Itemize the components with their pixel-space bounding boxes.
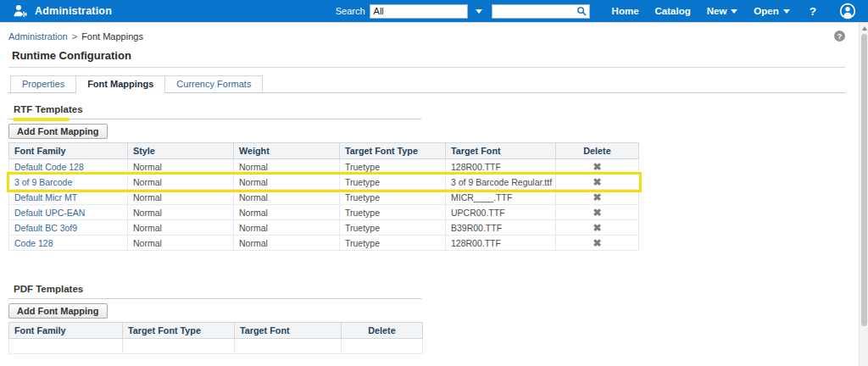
chevron-down-icon <box>731 9 737 14</box>
chevron-down-icon <box>783 9 790 14</box>
nav-home[interactable]: Home <box>612 6 639 16</box>
table-row: Default Micr MTNormalNormalTruetypeMICR_… <box>9 190 639 205</box>
table-cell <box>235 339 342 354</box>
column-header: Font Family <box>9 323 123 339</box>
help-icon[interactable]: ? <box>810 5 816 18</box>
column-header: Delete <box>556 143 639 159</box>
table-cell: Normal <box>234 205 340 220</box>
pdf-font-mappings-table: Font FamilyTarget Font TypeTarget FontDe… <box>8 322 423 354</box>
search-label: Search <box>336 6 365 16</box>
table-cell: B39R00.TTF <box>446 220 556 236</box>
font-family-link[interactable]: Default BC 3of9 <box>9 220 128 236</box>
title-divider <box>8 67 845 68</box>
delete-icon[interactable]: ✖ <box>593 191 601 203</box>
table-cell: 128R00.TTF <box>446 159 556 175</box>
search-scope-value: All <box>374 6 384 16</box>
delete-icon[interactable]: ✖ <box>593 237 601 249</box>
table-cell: Normal <box>234 220 340 236</box>
pdf-templates-section-header: PDF Templates <box>8 280 421 299</box>
tab-currency-formats[interactable]: Currency Formats <box>164 75 263 92</box>
table-cell: Truetype <box>340 175 446 190</box>
font-family-link[interactable]: Default Micr MT <box>9 190 128 205</box>
font-family-link[interactable]: Code 128 <box>9 236 128 251</box>
scroll-up-arrow[interactable] <box>860 23 868 33</box>
column-header: Target Font Type <box>123 323 235 339</box>
table-cell: Truetype <box>340 190 446 205</box>
search-scope-select[interactable]: All <box>370 4 468 19</box>
delete-icon[interactable]: ✖ <box>593 207 601 219</box>
table-cell <box>342 339 423 354</box>
tab-properties-label: Properties <box>22 79 64 89</box>
table-cell: UPCR00.TTF <box>446 205 556 220</box>
topbar-nav: Home Catalog New Open ? <box>612 3 856 19</box>
page-title: Runtime Configuration <box>12 49 845 62</box>
search-input[interactable] <box>492 6 576 17</box>
search-box <box>492 4 590 19</box>
font-family-link[interactable]: Default UPC-EAN <box>9 205 128 220</box>
search-scope-dropdown-icon[interactable] <box>476 9 482 14</box>
table-cell: Normal <box>234 236 340 251</box>
table-cell: Normal <box>234 175 340 190</box>
rtf-templates-section-header: RTF Templates <box>8 101 421 119</box>
table-cell <box>9 339 123 354</box>
font-family-link[interactable]: 3 of 9 Barcode <box>9 175 128 190</box>
delete-icon[interactable]: ✖ <box>593 222 601 234</box>
breadcrumb-administration-link[interactable]: Administration <box>8 31 68 42</box>
breadcrumb-separator: > <box>72 31 77 42</box>
column-header: Font Family <box>9 143 128 159</box>
nav-open-label: Open <box>754 6 778 16</box>
column-header: Target Font <box>446 143 556 159</box>
delete-icon[interactable]: ✖ <box>593 176 601 188</box>
breadcrumb-current: Font Mappings <box>81 31 143 42</box>
top-navigation-bar: Administration Search All Home Catalog N… <box>0 0 868 23</box>
table-cell: Truetype <box>340 220 446 236</box>
pdf-templates-title: PDF Templates <box>14 284 83 294</box>
add-font-mapping-button-rtf[interactable]: Add Font Mapping <box>8 124 108 139</box>
table-cell: 128R00.TTF <box>446 236 556 251</box>
scrollbar-thumb[interactable] <box>861 34 867 326</box>
table-header-row: Font FamilyTarget Font TypeTarget FontDe… <box>9 323 423 339</box>
tab-currency-formats-label: Currency Formats <box>176 79 251 89</box>
tab-properties[interactable]: Properties <box>10 75 76 92</box>
column-header: Weight <box>234 143 340 159</box>
table-cell: Normal <box>234 190 340 205</box>
table-cell: Normal <box>128 236 234 251</box>
search-icon[interactable] <box>576 6 589 17</box>
administration-icon <box>12 3 29 19</box>
search-group: Search All <box>336 4 590 19</box>
nav-open-menu[interactable]: Open <box>754 6 789 16</box>
table-cell: Normal <box>128 220 234 236</box>
column-header: Delete <box>342 323 423 339</box>
scrollbar[interactable] <box>859 23 868 366</box>
rtf-font-mappings-table: Font FamilyStyleWeightTarget Font TypeTa… <box>8 142 639 251</box>
table-cell: Truetype <box>340 236 446 251</box>
rtf-templates-title: RTF Templates <box>14 104 83 114</box>
table-row: Code 128NormalNormalTruetype128R00.TTF✖ <box>9 236 639 251</box>
column-header: Target Font Type <box>340 143 446 159</box>
nav-catalog[interactable]: Catalog <box>655 6 691 16</box>
table-cell <box>123 339 235 354</box>
table-cell: Normal <box>128 175 234 190</box>
font-family-link[interactable]: Default Code 128 <box>9 159 128 175</box>
highlight-annotation-underline <box>13 118 70 121</box>
delete-icon[interactable]: ✖ <box>593 161 601 173</box>
add-font-mapping-button-pdf[interactable]: Add Font Mapping <box>8 303 108 319</box>
tab-font-mappings-label: Font Mappings <box>87 79 153 89</box>
column-header: Style <box>128 143 234 159</box>
table-cell: Normal <box>128 205 234 220</box>
page-content: Administration > Font Mappings ? Runtime… <box>0 23 868 366</box>
app-title: Administration <box>35 5 112 17</box>
nav-new-menu[interactable]: New <box>707 6 738 16</box>
tab-bar: Properties Font Mappings Currency Format… <box>8 75 845 93</box>
table-row: 3 of 9 BarcodeNormalNormalTruetype3 of 9… <box>9 175 639 190</box>
table-row: Default BC 3of9NormalNormalTruetypeB39R0… <box>9 220 639 236</box>
table-cell: Normal <box>234 159 340 175</box>
page-help-icon[interactable]: ? <box>834 30 845 42</box>
table-cell: 3 of 9 Barcode Regular.ttf <box>446 175 556 190</box>
table-cell: Normal <box>128 159 234 175</box>
breadcrumb: Administration > Font Mappings ? <box>8 30 845 42</box>
tab-font-mappings[interactable]: Font Mappings <box>75 75 165 93</box>
nav-new-label: New <box>707 6 727 16</box>
table-cell: Normal <box>128 190 234 205</box>
user-avatar-icon[interactable] <box>839 3 856 19</box>
